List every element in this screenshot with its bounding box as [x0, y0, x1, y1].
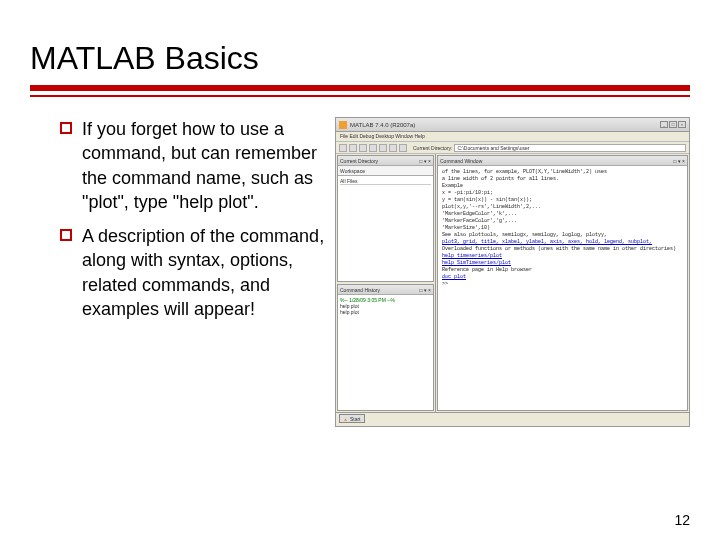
cmd-line: See also plottools, semilogx, semilogy, … — [442, 232, 683, 239]
paste-icon[interactable] — [379, 144, 387, 152]
page-number: 12 — [674, 512, 690, 528]
cmd-line: y = tan(sin(x)) - sin(tan(x)); — [442, 197, 683, 204]
minimize-icon[interactable]: _ — [660, 121, 668, 128]
file-list-header: All Files — [340, 178, 431, 185]
close-icon[interactable]: × — [678, 121, 686, 128]
panel-controls-icon[interactable]: □ ▾ × — [419, 158, 431, 164]
cmd-line-link[interactable]: help SimTimeseries/plot — [442, 260, 683, 267]
bullet-marker-icon — [60, 122, 72, 134]
bullet-text: A description of the command, along with… — [82, 224, 325, 321]
matlab-screenshot: MATLAB 7.4.0 (R2007a) _ □ × File Edit De… — [335, 117, 690, 427]
text-column: If you forget how to use a command, but … — [30, 117, 325, 427]
cmd-line: 'MarkerSize',10) — [442, 225, 683, 232]
start-button[interactable]: ▲ Start — [339, 414, 365, 423]
matlab-titlebar: MATLAB 7.4.0 (R2007a) _ □ × — [336, 118, 689, 132]
cut-icon[interactable] — [359, 144, 367, 152]
matlab-window-title: MATLAB 7.4.0 (R2007a) — [350, 122, 415, 128]
bullet-marker-icon — [60, 229, 72, 241]
maximize-icon[interactable]: □ — [669, 121, 677, 128]
command-window-body[interactable]: of the lines, for example, PLOT(X,Y,'Lin… — [438, 166, 687, 410]
undo-icon[interactable] — [389, 144, 397, 152]
new-file-icon[interactable] — [339, 144, 347, 152]
panel-controls-icon[interactable]: □ ▾ × — [673, 158, 685, 164]
cmd-line: Reference page in Help browser — [442, 267, 683, 274]
copy-icon[interactable] — [369, 144, 377, 152]
matlab-app-icon — [339, 121, 347, 129]
cmd-line-link[interactable]: help timeseries/plot — [442, 253, 683, 260]
open-icon[interactable] — [349, 144, 357, 152]
title-underline-thin — [30, 95, 690, 97]
current-dir-value[interactable]: C:\Documents and Settings\user — [454, 144, 686, 152]
command-window-panel: Command Window □ ▾ × of the lines, for e… — [437, 155, 688, 411]
command-history-panel: Command History □ ▾ × %-- 1/28/09 3:05 P… — [337, 284, 434, 411]
cmd-line: Overloaded functions or methods (ones wi… — [442, 246, 683, 253]
bullet-item: A description of the command, along with… — [60, 224, 325, 321]
cmd-line: of the lines, for example, PLOT(X,Y,'Lin… — [442, 169, 683, 176]
bullet-item: If you forget how to use a command, but … — [60, 117, 325, 214]
cmd-line: x = -pi:pi/10:pi; — [442, 190, 683, 197]
cmd-line: 'MarkerFaceColor','g',... — [442, 218, 683, 225]
cmd-line: Example — [442, 183, 683, 190]
current-dir-label: Current Directory: — [413, 145, 452, 151]
slide-title: MATLAB Basics — [30, 40, 690, 77]
history-line: help plot — [340, 309, 431, 315]
current-directory-title: Current Directory — [340, 158, 378, 164]
matlab-statusbar: ▲ Start — [336, 412, 689, 424]
command-history-title: Command History — [340, 287, 380, 293]
panel-controls-icon[interactable]: □ ▾ × — [419, 287, 431, 293]
command-window-title: Command Window — [440, 158, 482, 164]
cmd-prompt[interactable]: >> — [442, 281, 683, 288]
bullet-text: If you forget how to use a command, but … — [82, 117, 325, 214]
matlab-toolbar: Current Directory: C:\Documents and Sett… — [336, 142, 689, 154]
cmd-line: 'MarkerEdgeColor','k',... — [442, 211, 683, 218]
title-underline-thick — [30, 85, 690, 91]
matlab-menubar[interactable]: File Edit Debug Desktop Window Help — [336, 132, 689, 142]
current-directory-panel: Current Directory □ ▾ × Workspace All Fi… — [337, 155, 434, 282]
cmd-line-link[interactable]: doc plot — [442, 274, 683, 281]
cmd-line: a line width of 2 points for all lines. — [442, 176, 683, 183]
cmd-line: plot(x,y,'--rs','LineWidth',2,... — [442, 204, 683, 211]
history-body[interactable]: %-- 1/28/09 3:05 PM --% help plot help p… — [338, 295, 433, 410]
workspace-tab[interactable]: Workspace — [340, 168, 365, 174]
cmd-line-link[interactable]: plot3, grid, title, xlabel, ylabel, axis… — [442, 239, 683, 246]
help-icon[interactable] — [399, 144, 407, 152]
